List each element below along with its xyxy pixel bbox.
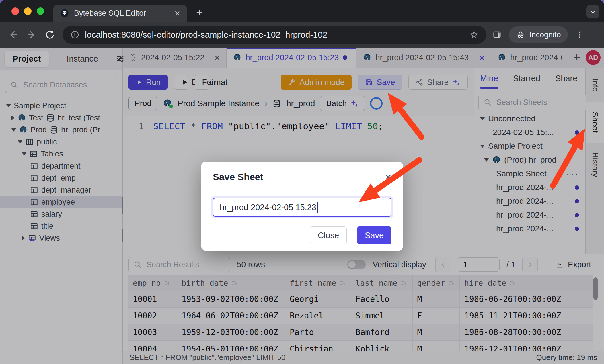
batch-button[interactable]: Batch [320, 96, 365, 111]
results-grid[interactable]: emp_nobirth_datefirst_namelast_namegende… [128, 275, 604, 351]
sheet-menu-icon[interactable]: ··· [566, 171, 579, 176]
db-tree-item[interactable]: Testhr_test (Test... [0, 112, 122, 124]
new-browser-tab-button[interactable]: + [196, 7, 203, 18]
caret-right-icon[interactable] [22, 236, 25, 240]
sheet-item[interactable]: Sample Sheet··· [474, 167, 585, 181]
sheet-panel-tab-starred[interactable]: Starred [513, 68, 540, 89]
sidebar-resize-handle[interactable] [122, 197, 123, 214]
table-cell[interactable]: 10002 [128, 308, 177, 324]
close-dialog-icon[interactable]: × [385, 171, 391, 183]
table-cell[interactable]: M [412, 291, 460, 308]
sheet-group[interactable]: Unconnected [474, 112, 585, 126]
db-tree-item[interactable]: title [0, 220, 122, 232]
back-icon[interactable] [8, 30, 18, 40]
table-cell[interactable]: 10003 [128, 324, 177, 341]
caret-down-icon[interactable] [22, 152, 26, 156]
caret-down-icon[interactable] [18, 140, 22, 144]
sort-icon[interactable] [400, 280, 407, 287]
table-cell[interactable]: F [412, 308, 460, 324]
caret-down-icon[interactable] [6, 104, 11, 107]
rail-tab-history[interactable]: History [586, 143, 604, 187]
export-button[interactable]: Export [549, 257, 598, 272]
sheet-item[interactable]: 2024-02-05 15:... [474, 126, 585, 139]
table-cell[interactable]: Koblick [351, 341, 412, 351]
tab-search-button[interactable] [586, 5, 599, 18]
minimize-window-button[interactable] [24, 7, 32, 15]
table-cell[interactable]: 1985-11-21T00:00:00Z [460, 308, 566, 324]
sheet-name-input[interactable]: hr_prod 2024-02-05 15:23 [213, 198, 391, 217]
table-cell[interactable]: Facello [351, 291, 412, 308]
sort-icon[interactable] [509, 280, 516, 287]
table-cell[interactable]: 1964-06-02T00:00:00Z [177, 308, 285, 324]
new-sheet-tab-button[interactable]: + [569, 51, 585, 64]
table-cell[interactable]: 10001 [128, 291, 177, 308]
db-tree-item[interactable]: salary [0, 208, 122, 220]
db-tree-item[interactable]: Tables [0, 148, 122, 160]
address-bar[interactable]: localhost:8080/sql-editor/prod-sample-in… [63, 26, 486, 44]
close-window-button[interactable] [11, 7, 19, 15]
column-header[interactable]: first_name [285, 275, 351, 291]
rail-tab-info[interactable]: Info [586, 68, 604, 102]
results-search[interactable] [128, 257, 230, 272]
sort-icon[interactable] [448, 280, 455, 287]
bookmark-star-icon[interactable] [470, 30, 478, 39]
save-button[interactable]: Save [358, 75, 402, 90]
database-search[interactable] [5, 77, 117, 93]
db-tree-item[interactable]: dept_emp [0, 172, 122, 184]
table-cell[interactable]: 1986-12-01T00:00:00Z [460, 341, 566, 351]
table-cell[interactable]: 10004 [128, 341, 177, 351]
sheet-group[interactable]: (Prod) hr_prod [474, 153, 585, 167]
sheet-item[interactable]: hr_prod 2024-... [474, 208, 585, 222]
editor-sheet-tab[interactable]: hr_prod 2024-0 [491, 48, 569, 68]
sheet-panel-tab-share[interactable]: Share [555, 68, 577, 89]
table-cell[interactable]: Parto [285, 324, 351, 341]
table-row[interactable]: 100021964-06-02T00:00:00ZBezalelSimmelF1… [128, 308, 593, 324]
table-cell[interactable]: Bamford [351, 324, 412, 341]
database-search-input[interactable] [23, 80, 125, 90]
table-cell[interactable]: M [412, 324, 460, 341]
caret-down-icon[interactable] [484, 158, 489, 162]
forward-icon[interactable] [26, 30, 37, 40]
editor-sheet-tab[interactable]: hr_prod 2024-02-05 15:43× [356, 48, 491, 68]
caret-right-icon[interactable] [11, 116, 15, 120]
maximize-window-button[interactable] [37, 7, 44, 15]
column-header[interactable]: emp_no [128, 275, 177, 291]
database-name[interactable]: hr_prod [286, 99, 315, 108]
sheet-item[interactable]: hr_prod 2024-... [474, 181, 585, 194]
reload-icon[interactable] [45, 30, 55, 40]
table-cell[interactable]: 1986-08-28T00:00:00Z [460, 324, 566, 341]
column-header[interactable]: last_name [351, 275, 412, 291]
column-header[interactable]: gender [412, 275, 460, 291]
table-cell[interactable]: M [412, 341, 460, 351]
table-cell[interactable]: Bezalel [285, 308, 351, 324]
sheet-search-input[interactable] [496, 98, 599, 107]
ai-assistant-button[interactable] [370, 97, 383, 110]
sheet-search[interactable] [478, 95, 603, 110]
editor-sheet-tab[interactable]: hr_prod 2024-02-05 15:23 [227, 48, 356, 68]
explain-button[interactable]: Explain [174, 75, 188, 90]
table-cell[interactable]: 1959-12-03T00:00:00Z [177, 324, 285, 341]
incognito-badge[interactable]: Incognito [509, 26, 568, 43]
editor-sheet-tab[interactable]: 2024-02-05 15:22× [123, 48, 227, 68]
sheet-group[interactable]: Sample Project [474, 139, 585, 153]
close-tab-icon[interactable]: × [479, 52, 485, 63]
filter-settings-icon[interactable] [116, 54, 124, 63]
table-cell[interactable]: Chirstian [285, 341, 351, 351]
tab-project[interactable]: Project [5, 51, 49, 67]
sheet-item[interactable]: hr_prod 2024-... [474, 194, 585, 208]
run-button[interactable]: Run [128, 75, 168, 90]
table-cell[interactable]: Simmel [351, 308, 412, 324]
table-row[interactable]: 100031959-12-03T00:00:00ZPartoBamfordM19… [128, 324, 593, 341]
db-tree-item[interactable]: dept_manager [0, 184, 122, 196]
results-search-input[interactable] [146, 260, 249, 269]
close-tab-icon[interactable]: × [214, 52, 220, 63]
close-browser-tab-icon[interactable]: × [174, 8, 180, 18]
prev-page-button[interactable] [435, 257, 451, 272]
browser-tab[interactable]: Bytebase SQL Editor × [53, 5, 187, 22]
db-tree-item[interactable]: public [0, 136, 122, 148]
dialog-close-button[interactable]: Close [310, 226, 347, 244]
column-header[interactable]: birth_date [177, 275, 285, 291]
sort-icon[interactable] [164, 280, 171, 287]
table-row[interactable]: 100011953-09-02T00:00:00ZGeorgiFacelloM1… [128, 291, 593, 308]
dialog-save-button[interactable]: Save [357, 226, 391, 244]
